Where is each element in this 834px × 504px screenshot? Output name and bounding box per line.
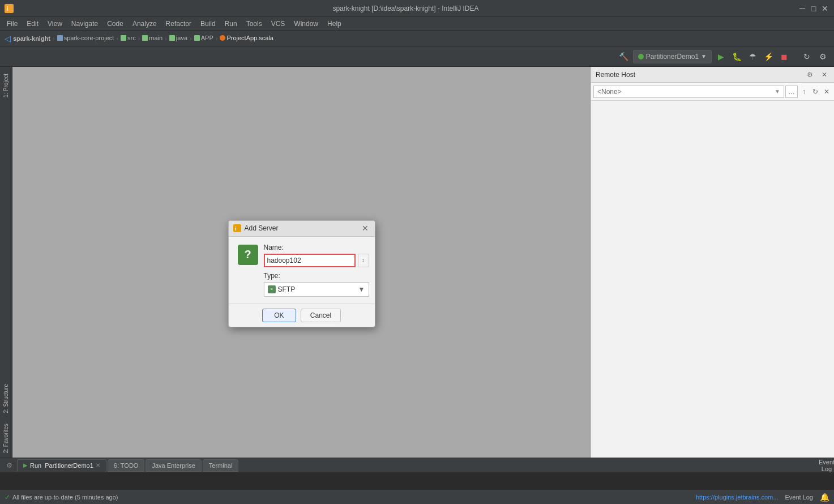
cancel-button[interactable]: Cancel <box>301 309 341 322</box>
update-button[interactable]: ↻ <box>800 50 814 63</box>
type-dropdown[interactable]: ≡ SFTP ▼ <box>264 282 369 297</box>
dialog-footer: OK Cancel <box>229 304 375 327</box>
remote-host-panel: Remote Host ⚙ ✕ <None> ▼ … ↑ ↻ ✕ <box>591 67 834 458</box>
config-name: PartitionerDemo1 <box>646 53 699 61</box>
notification-icon: 🔔 <box>820 493 829 502</box>
dialog-title-icon: i <box>233 224 241 232</box>
dialog-title-bar: i Add Server ✕ <box>229 221 375 237</box>
window-title: spark-knight [D:\idea\spark-knight] - In… <box>18 5 793 12</box>
menu-vcs[interactable]: VCS <box>267 19 290 29</box>
run-config-dropdown[interactable]: PartitionerDemo1 ▼ <box>633 50 712 63</box>
dropdown-arrow-icon: ▼ <box>358 285 365 293</box>
menu-tools[interactable]: Tools <box>242 19 267 29</box>
remote-host-dropdown[interactable]: <None> ▼ <box>593 86 784 98</box>
add-server-dialog: i Add Server ✕ ? Name: <box>228 220 375 327</box>
dialog-close-button[interactable]: ✕ <box>360 223 370 233</box>
tab-java-enterprise[interactable]: Java Enterprise <box>146 459 201 472</box>
settings-toolbar-button[interactable]: ⚙ <box>816 50 829 63</box>
editor-area: Search Everywhere Double Shift i Add Ser… <box>12 67 591 458</box>
breadcrumb-src[interactable]: src <box>121 35 136 42</box>
terminal-tab-label: Terminal <box>209 462 233 469</box>
sidebar-tab-project[interactable]: 1: Project <box>1 69 11 102</box>
sftp-icon: ≡ <box>268 285 276 293</box>
svg-text:i: i <box>7 6 8 12</box>
menu-code[interactable]: Code <box>102 19 128 29</box>
menu-edit[interactable]: Edit <box>22 19 43 29</box>
breadcrumb-spark-core-project[interactable]: spark-core-project <box>57 35 114 42</box>
status-bar: ✓ All files are up-to-date (5 minutes ag… <box>0 489 834 504</box>
svg-text:i: i <box>235 226 237 232</box>
debug-button[interactable]: 🐛 <box>730 50 743 63</box>
tab-run[interactable]: ▶ Run PartitionerDemo1 ✕ <box>17 459 106 472</box>
menu-refactor[interactable]: Refactor <box>161 19 196 29</box>
menu-bar: File Edit View Navigate Code Analyze Ref… <box>0 17 834 31</box>
status-link[interactable]: https://plugins.jetbrains.com... <box>696 494 779 501</box>
breadcrumb-app[interactable]: APP <box>194 35 213 42</box>
none-label: <None> <box>597 88 622 96</box>
menu-view[interactable]: View <box>43 19 67 29</box>
sidebar-tab-favorites[interactable]: 2: Favorites <box>1 419 11 458</box>
sort-button[interactable]: ↕ <box>358 254 369 267</box>
menu-build[interactable]: Build <box>196 19 220 29</box>
server-name-input[interactable] <box>264 254 356 267</box>
run-button[interactable]: ▶ <box>714 50 728 63</box>
bottom-settings-button[interactable]: ⚙ <box>2 459 16 472</box>
tab-terminal[interactable]: Terminal <box>203 459 239 472</box>
run-tab-label: Run <box>30 462 41 469</box>
minimize-button[interactable]: ─ <box>798 4 807 13</box>
dialog-icon-char: ? <box>244 248 251 261</box>
breadcrumb-spark-knight[interactable]: spark-knight <box>13 35 50 42</box>
breadcrumb-file[interactable]: ProjectApp.scala <box>220 35 273 42</box>
breadcrumb-java[interactable]: java <box>169 35 187 42</box>
window-controls[interactable]: ─ □ ✕ <box>798 4 829 13</box>
event-log-button[interactable]: Event Log <box>822 460 832 471</box>
remote-host-refresh-button[interactable]: ↻ <box>810 87 820 97</box>
title-bar: i spark-knight [D:\idea\spark-knight] - … <box>0 0 834 17</box>
name-field-row: ↕ <box>264 254 369 267</box>
type-value: SFTP <box>278 285 296 293</box>
remote-host-close-button[interactable]: ✕ <box>819 70 829 80</box>
stop-button[interactable]: ◼ <box>777 50 791 63</box>
menu-navigate[interactable]: Navigate <box>67 19 102 29</box>
status-text: All files are up-to-date (5 minutes ago) <box>12 494 118 501</box>
app-icon: i <box>5 4 14 13</box>
ok-button[interactable]: OK <box>262 309 296 322</box>
hammer-icon[interactable]: 🔨 <box>617 50 631 63</box>
remote-host-close-panel-button[interactable]: ✕ <box>822 87 832 97</box>
remote-host-controls: <None> ▼ … ↑ ↻ ✕ <box>591 83 834 101</box>
sidebar-tab-structure[interactable]: 2: Structure <box>1 379 11 418</box>
run-tab-close-icon[interactable]: ✕ <box>96 462 100 468</box>
dialog-title-text: Add Server <box>245 224 357 232</box>
breadcrumb-main[interactable]: main <box>142 35 162 42</box>
java-enterprise-tab-label: Java Enterprise <box>152 462 195 469</box>
dialog-question-icon: ? <box>238 245 258 265</box>
run-tab-name: PartitionerDemo1 <box>45 462 93 469</box>
remote-host-sync-up-button[interactable]: ↑ <box>799 87 809 97</box>
run-tab-icon: ▶ <box>23 462 28 468</box>
type-label: Type: <box>264 272 369 280</box>
status-left: ✓ All files are up-to-date (5 minutes ag… <box>5 493 691 501</box>
todo-tab-label: 6: TODO <box>114 462 139 469</box>
menu-analyze[interactable]: Analyze <box>128 19 161 29</box>
event-log-status-button[interactable]: Event Log <box>782 494 815 501</box>
menu-help[interactable]: Help <box>323 19 346 29</box>
menu-file[interactable]: File <box>2 19 22 29</box>
breadcrumb-bar: ◁ spark-knight › spark-core-project › sr… <box>0 31 834 46</box>
close-button[interactable]: ✕ <box>820 4 829 13</box>
nav-back-icon[interactable]: ◁ <box>5 34 11 43</box>
remote-host-header: Remote Host ⚙ ✕ <box>591 67 834 83</box>
status-right: https://plugins.jetbrains.com... Event L… <box>696 493 829 502</box>
tab-todo[interactable]: 6: TODO <box>108 459 145 472</box>
maximize-button[interactable]: □ <box>809 4 818 13</box>
remote-host-settings-button[interactable]: ⚙ <box>805 70 815 80</box>
profile-button[interactable]: ⚡ <box>762 50 775 63</box>
menu-window[interactable]: Window <box>289 19 323 29</box>
bottom-tabs: ⚙ ▶ Run PartitionerDemo1 ✕ 6: TODO Java … <box>0 458 834 473</box>
name-label: Name: <box>264 244 369 251</box>
coverage-button[interactable]: ☂ <box>746 50 759 63</box>
bottom-content <box>0 473 834 489</box>
remote-host-browse-button[interactable]: … <box>785 86 798 98</box>
dialog-fields: Name: ↕ Type: ≡ SFTP ▼ <box>264 244 369 297</box>
menu-run[interactable]: Run <box>220 19 242 29</box>
toolbar: 🔨 PartitionerDemo1 ▼ ▶ 🐛 ☂ ⚡ ◼ ↻ ⚙ <box>0 46 834 67</box>
